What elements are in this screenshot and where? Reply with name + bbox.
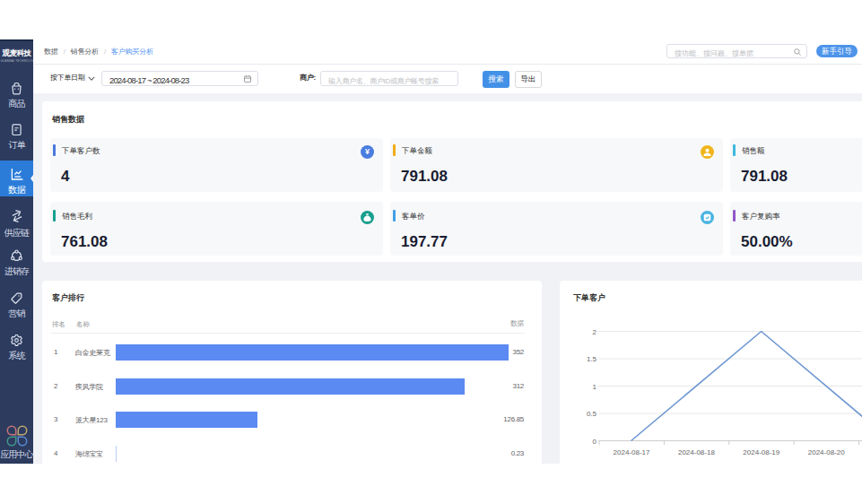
svg-text:2024-08-19: 2024-08-19 — [743, 448, 779, 456]
svg-text:2024-08-20: 2024-08-20 — [808, 448, 845, 456]
svg-text:1.5: 1.5 — [587, 355, 597, 363]
svg-text:1: 1 — [593, 383, 597, 391]
svg-text:2024-08-17: 2024-08-17 — [614, 448, 650, 456]
svg-text:2024-08-18: 2024-08-18 — [678, 448, 715, 456]
svg-text:2: 2 — [593, 328, 597, 336]
svg-text:0.5: 0.5 — [587, 410, 597, 418]
svg-text:0: 0 — [593, 438, 597, 446]
